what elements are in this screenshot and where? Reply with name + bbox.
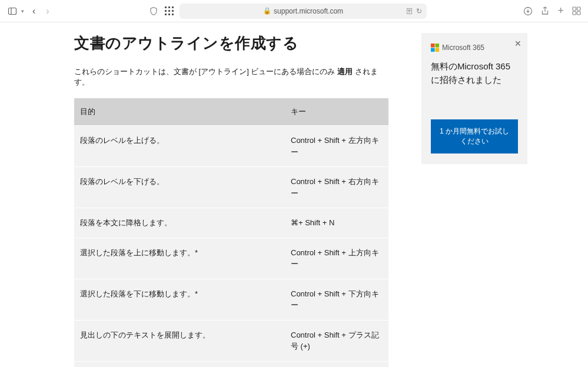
forward-button[interactable]: › — [44, 6, 51, 16]
cell-key: Control + Shift + 下方向キー — [285, 279, 388, 320]
cell-purpose: 見出しに属するテキストを折りたたむ。* — [74, 361, 285, 367]
table-row: 段落のレベルを上げる。Control + Shift + 左方向キー — [74, 126, 388, 167]
cell-key: Control + Shift + 右方向キー — [285, 167, 388, 208]
table-row: 段落のレベルを下げる。Control + Shift + 右方向キー — [74, 167, 388, 208]
cell-key: Control + Shift + 負符号 (-) — [285, 361, 388, 367]
apps-grid-icon[interactable] — [165, 6, 174, 15]
ms-logo-text: Microsoft 365 — [442, 44, 484, 52]
svg-rect-16 — [431, 44, 435, 48]
svg-rect-7 — [172, 10, 174, 12]
cell-purpose: 選択した段落を上に移動します。* — [74, 238, 285, 279]
toolbar-left: ▾ ‹ › — [7, 6, 52, 16]
svg-rect-4 — [172, 6, 174, 8]
cell-purpose: 段落のレベルを下げる。 — [74, 167, 285, 208]
intro-pre: これらのショートカットは、文書が [アウトライン] ビューにある場合にのみ — [74, 67, 337, 76]
table-row: 見出しに属するテキストを折りたたむ。*Control + Shift + 負符号… — [74, 361, 388, 367]
svg-rect-10 — [172, 14, 174, 15]
svg-rect-19 — [436, 48, 440, 52]
ms-logo-icon — [431, 44, 439, 52]
shield-icon[interactable] — [148, 6, 159, 16]
cell-purpose: 見出しの下のテキストを展開します。 — [74, 320, 285, 361]
svg-rect-13 — [577, 7, 581, 11]
svg-rect-12 — [573, 7, 576, 11]
intro-bold: 適用 — [337, 67, 353, 76]
promo-card: ✕ Microsoft 365 無料のMicrosoft 365に招待されました… — [421, 33, 527, 164]
svg-rect-17 — [436, 44, 440, 48]
toolbar-right: + — [523, 5, 581, 17]
tabs-overview-icon[interactable] — [572, 6, 581, 15]
sidebar-toggle-icon[interactable] — [7, 6, 18, 16]
close-icon[interactable]: ✕ — [514, 39, 521, 48]
promo-cta-button[interactable]: 1 か月間無料でお試しください — [431, 119, 518, 154]
svg-rect-2 — [165, 6, 167, 8]
ms-logo: Microsoft 365 — [431, 44, 518, 52]
header-purpose: 目的 — [74, 98, 285, 126]
share-icon[interactable] — [541, 6, 549, 16]
cell-key: Control + Shift + プラス記号 (+) — [285, 320, 388, 361]
table-row: 選択した段落を下に移動します。*Control + Shift + 下方向キー — [74, 279, 388, 320]
content: 文書のアウトラインを作成する これらのショートカットは、文書が [アウトライン]… — [0, 22, 588, 367]
cell-purpose: 選択した段落を下に移動します。* — [74, 279, 285, 320]
svg-rect-9 — [168, 14, 170, 15]
svg-rect-5 — [165, 10, 167, 12]
table-row: 段落を本文に降格します。⌘+ Shift + N — [74, 208, 388, 238]
download-icon[interactable] — [523, 6, 533, 16]
svg-rect-18 — [431, 48, 435, 52]
lock-icon: 🔒 — [263, 7, 271, 15]
table-row: 見出しの下のテキストを展開します。Control + Shift + プラス記号… — [74, 320, 388, 361]
chevron-down-icon[interactable]: ▾ — [21, 8, 24, 14]
header-key: キー — [285, 98, 388, 126]
back-button[interactable]: ‹ — [30, 6, 38, 16]
svg-rect-6 — [168, 10, 170, 12]
cell-key: ⌘+ Shift + N — [285, 208, 388, 238]
page-title: 文書のアウトラインを作成する — [74, 33, 388, 54]
url-extras: 🈂 ↻ — [406, 7, 422, 15]
translate-icon[interactable]: 🈂 — [406, 8, 413, 15]
browser-toolbar: ▾ ‹ › 🔒 support.microsoft.com 🈂 ↻ + — [0, 0, 588, 22]
svg-rect-0 — [9, 8, 16, 14]
shortcuts-table: 目的 キー 段落のレベルを上げる。Control + Shift + 左方向キー… — [74, 98, 388, 367]
toolbar-center: 🔒 support.microsoft.com 🈂 ↻ — [57, 4, 519, 19]
url-text: support.microsoft.com — [274, 7, 343, 15]
table-header-row: 目的 キー — [74, 98, 388, 126]
table-row: 選択した段落を上に移動します。*Control + Shift + 上方向キー — [74, 238, 388, 279]
url-bar[interactable]: 🔒 support.microsoft.com 🈂 ↻ — [180, 4, 427, 19]
reload-icon[interactable]: ↻ — [416, 7, 422, 15]
main-column: 文書のアウトラインを作成する これらのショートカットは、文書が [アウトライン]… — [74, 33, 388, 367]
intro-text: これらのショートカットは、文書が [アウトライン] ビューにある場合にのみ 適用… — [74, 66, 388, 88]
cell-key: Control + Shift + 上方向キー — [285, 238, 388, 279]
cell-purpose: 段落を本文に降格します。 — [74, 208, 285, 238]
cell-purpose: 段落のレベルを上げる。 — [74, 126, 285, 167]
cell-key: Control + Shift + 左方向キー — [285, 126, 388, 167]
sidebar-column: ✕ Microsoft 365 無料のMicrosoft 365に招待されました… — [421, 33, 527, 367]
svg-rect-8 — [165, 14, 167, 15]
promo-title: 無料のMicrosoft 365に招待されました — [431, 60, 518, 86]
svg-rect-3 — [168, 6, 170, 8]
svg-rect-14 — [573, 12, 576, 15]
new-tab-icon[interactable]: + — [557, 5, 564, 17]
svg-rect-15 — [577, 12, 581, 15]
